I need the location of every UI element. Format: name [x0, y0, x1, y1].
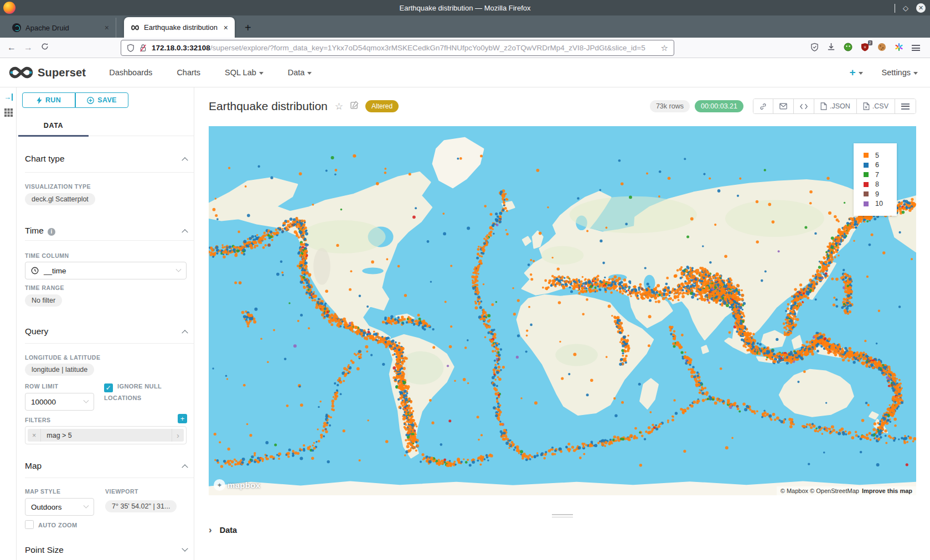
- window-close-button[interactable]: ✕: [916, 3, 926, 13]
- insecure-lock-icon[interactable]: [140, 44, 147, 52]
- resize-handle[interactable]: [552, 512, 573, 519]
- nav-dashboards[interactable]: Dashboards: [109, 68, 152, 77]
- lonlat-value[interactable]: longitude | latitude: [25, 364, 94, 376]
- legend-item: 9: [864, 189, 897, 199]
- tab-close-icon[interactable]: ×: [104, 23, 110, 32]
- embed-code-button[interactable]: [794, 99, 814, 113]
- remove-filter-icon[interactable]: ×: [28, 429, 41, 442]
- forward-button[interactable]: →: [20, 43, 37, 53]
- window-maximize-button[interactable]: ◇: [903, 4, 908, 12]
- dataset-grid-icon[interactable]: [4, 108, 13, 120]
- favorite-star-icon[interactable]: ☆: [335, 101, 343, 112]
- share-link-button[interactable]: [753, 99, 773, 113]
- account-shield-icon[interactable]: [810, 43, 819, 54]
- export-json-button[interactable]: .JSON: [814, 99, 857, 113]
- viewport-value[interactable]: 7° 35' 54.02" | 31...: [105, 500, 177, 512]
- settings-menu[interactable]: Settings: [882, 68, 918, 77]
- section-time[interactable]: Timei: [25, 226, 187, 236]
- viz-type-value[interactable]: deck.gl Scatterplot: [25, 193, 95, 205]
- save-button[interactable]: SAVE: [75, 92, 128, 108]
- legend-swatch: [864, 201, 869, 206]
- cookie-extension-icon[interactable]: [877, 43, 886, 54]
- map-style-label: MAP STYLE: [25, 488, 60, 495]
- viz-type-label: VISUALIZATION TYPE: [25, 183, 91, 190]
- info-icon: i: [48, 228, 55, 236]
- legend-swatch: [864, 172, 869, 177]
- pinwheel-extension-icon[interactable]: [895, 43, 903, 54]
- tab-title: Apache Druid: [25, 24, 104, 32]
- nav-sql-lab[interactable]: SQL Lab: [225, 68, 264, 77]
- back-button[interactable]: ←: [3, 43, 20, 53]
- tab-earthquake-distribution[interactable]: Earthquake distribution ×: [124, 17, 235, 38]
- bookmark-star-icon[interactable]: ☆: [661, 43, 668, 53]
- panel-tabs: DATA: [17, 115, 194, 136]
- new-tab-button[interactable]: +: [240, 22, 256, 38]
- time-range-value[interactable]: No filter: [25, 294, 62, 307]
- nav-data[interactable]: Data: [288, 68, 312, 77]
- legend-swatch: [864, 191, 869, 196]
- lonlat-label: LONGITUDE & LATITUDE: [25, 354, 100, 361]
- map-style-select[interactable]: Outdoors: [25, 498, 94, 516]
- improve-map-link[interactable]: Improve this map: [862, 488, 912, 494]
- query-timer-badge: 00:00:03.21: [695, 100, 743, 112]
- altered-badge[interactable]: Altered: [365, 100, 399, 112]
- privacy-badger-icon[interactable]: [844, 43, 852, 54]
- section-chart-type[interactable]: Chart type: [25, 154, 187, 164]
- menu-icon[interactable]: [912, 45, 920, 51]
- map-legend: 5678910: [854, 143, 897, 216]
- chart-title: Earthquake distribution: [209, 100, 328, 113]
- export-csv-button[interactable]: .CSV: [857, 99, 895, 113]
- explore-content: → RUN SAVE DATA: [0, 87, 930, 560]
- reload-button[interactable]: [37, 43, 53, 53]
- tab-data[interactable]: DATA: [18, 115, 89, 136]
- chevron-up-icon: [182, 229, 188, 235]
- mapbox-icon: ✦: [214, 479, 225, 491]
- section-query[interactable]: Query: [25, 326, 187, 336]
- download-icon[interactable]: [827, 43, 835, 53]
- superset-navbar: Superset Dashboards Charts SQL Lab Data …: [0, 58, 930, 87]
- url-host: 172.18.0.3:32108: [152, 44, 210, 52]
- run-button[interactable]: RUN: [22, 92, 75, 108]
- deckgl-scatter-map[interactable]: 5678910 ✦ mapbox © Mapbox © OpenStreetMa…: [209, 126, 916, 495]
- time-column-select[interactable]: __time: [25, 262, 187, 279]
- ignore-null-checkbox[interactable]: ✓IGNORE NULL LOCATIONS: [104, 381, 176, 403]
- superset-favicon: [131, 23, 140, 32]
- chart-panel: Earthquake distribution ☆ Altered 73k ro…: [195, 87, 930, 560]
- plus-circle-icon: [87, 97, 94, 104]
- row-limit-label: ROW LIMIT: [25, 383, 59, 390]
- tab-apache-druid[interactable]: Apache Druid ×: [6, 18, 116, 38]
- tab-close-icon[interactable]: ×: [223, 23, 229, 32]
- row-limit-select[interactable]: 100000: [25, 393, 94, 411]
- chevron-down-icon: [84, 397, 89, 403]
- checkbox-unchecked-icon[interactable]: [25, 520, 34, 529]
- filter-chip[interactable]: × mag > 5 ›: [28, 429, 184, 442]
- add-filter-button[interactable]: +: [178, 414, 187, 423]
- shield-icon[interactable]: [127, 44, 135, 52]
- url-bar[interactable]: 172.18.0.3:32108/superset/explore/?form_…: [121, 40, 674, 56]
- section-map[interactable]: Map: [25, 461, 187, 471]
- edit-title-icon[interactable]: [350, 101, 359, 112]
- mapbox-logo[interactable]: ✦ mapbox: [214, 479, 260, 491]
- checkbox-checked-icon[interactable]: ✓: [104, 383, 113, 392]
- data-panel-toggle[interactable]: › Data: [209, 525, 237, 536]
- chart-menu-button[interactable]: [895, 99, 916, 113]
- add-new-button[interactable]: +: [849, 66, 862, 79]
- legend-item: 10: [864, 199, 897, 209]
- legend-swatch: [864, 153, 869, 158]
- ublock-icon[interactable]: u2: [861, 43, 869, 54]
- time-column-label: TIME COLUMN: [25, 252, 69, 259]
- superset-logo[interactable]: Superset: [9, 66, 86, 79]
- legend-item: 7: [864, 170, 897, 180]
- data-panel-label: Data: [220, 526, 237, 535]
- auto-zoom-checkbox[interactable]: AUTO ZOOM: [25, 520, 78, 529]
- email-button[interactable]: [773, 99, 794, 113]
- expand-datasource-icon[interactable]: →: [4, 94, 13, 101]
- filters-label: FILTERS: [25, 417, 50, 423]
- nav-charts[interactable]: Charts: [177, 68, 200, 77]
- legend-swatch: [864, 182, 869, 187]
- lightning-icon: [37, 97, 42, 104]
- chevron-right-icon: ›: [209, 525, 212, 536]
- section-point-size[interactable]: Point Size: [25, 545, 187, 555]
- open-filter-icon[interactable]: ›: [172, 429, 184, 442]
- window-minimize-button[interactable]: [895, 4, 895, 12]
